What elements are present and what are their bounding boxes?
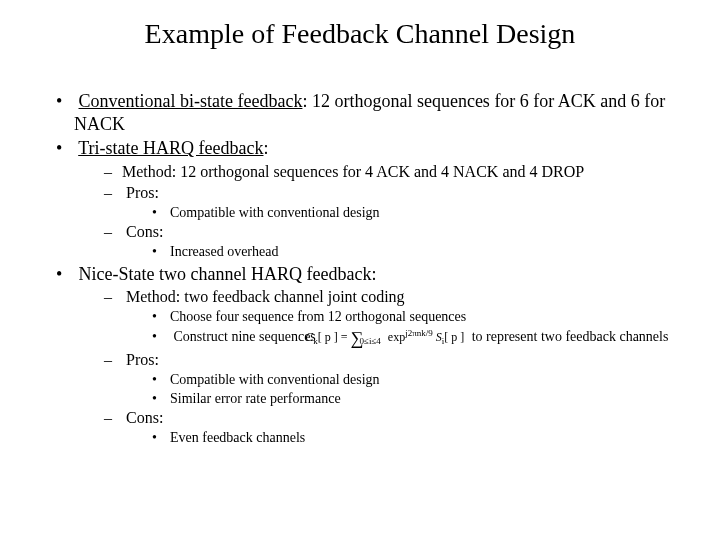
- bullet-nicestate: Nice-State two channel HARQ feedback: Me…: [56, 263, 700, 447]
- tristate-sublist: Method: 12 orthogonal sequences for 4 AC…: [74, 162, 700, 261]
- tristate-pro-1: Compatible with conventional design: [152, 204, 700, 222]
- nicestate-sublist: Method: two feedback channel joint codin…: [74, 287, 700, 447]
- formula-sum-lim: 0≤i≤4: [359, 336, 380, 346]
- nicestate-method-1: Choose four sequence from 12 orthogonal …: [152, 308, 700, 326]
- nicestate-label: Nice-State two channel HARQ feedback: [79, 264, 372, 284]
- tristate-pros: Pros: Compatible with conventional desig…: [104, 183, 700, 222]
- nicestate-pros: Pros: Compatible with conventional desig…: [104, 350, 700, 407]
- formula-i: i: [442, 336, 445, 346]
- nicestate-cons-list: Even feedback channels: [122, 429, 700, 447]
- pros-label: Pros:: [126, 184, 159, 201]
- nicestate-method-2-post: to represent two feedback channels: [472, 329, 669, 344]
- formula-eq: =: [341, 330, 348, 344]
- nicestate-pro-1: Compatible with conventional design: [152, 371, 700, 389]
- tristate-cons-list: Increased overhead: [122, 243, 700, 261]
- tristate-con-1: Increased overhead: [152, 243, 700, 261]
- formula-exp: exp: [388, 330, 405, 344]
- tristate-pros-list: Compatible with conventional design: [122, 204, 700, 222]
- bullet-tristate: Tri-state HARQ feedback: Method: 12 orth…: [56, 137, 700, 261]
- nicestate-method-text: Method: two feedback channel joint codin…: [126, 288, 405, 305]
- formula-S-p: [ p ]: [444, 330, 464, 344]
- nicestate-method-2: Construct nine sequences Ck[ p ] = ∑0≤i≤…: [152, 327, 700, 350]
- formula-k: k: [313, 336, 318, 346]
- tristate-cons: Cons: Increased overhead: [104, 222, 700, 261]
- nicestate-con-1: Even feedback channels: [152, 429, 700, 447]
- nicestate-method-list: Choose four sequence from 12 orthogonal …: [122, 308, 700, 349]
- bullet-list: Conventional bi-state feedback: 12 ortho…: [20, 90, 700, 447]
- bullet-conventional: Conventional bi-state feedback: 12 ortho…: [56, 90, 700, 135]
- conventional-label: Conventional bi-state feedback: [79, 91, 303, 111]
- nicestate-pros-list: Compatible with conventional design Simi…: [122, 371, 700, 407]
- nicestate-colon: :: [371, 264, 376, 284]
- slide: Example of Feedback Channel Design Conve…: [0, 0, 720, 459]
- nicestate-method-2-pre: Construct nine sequences: [174, 329, 316, 344]
- tristate-label: Tri-state HARQ feedback: [78, 138, 263, 158]
- cons-label-2: Cons:: [126, 409, 163, 426]
- nicestate-method: Method: two feedback channel joint codin…: [104, 287, 700, 349]
- nicestate-pro-2: Similar error rate performance: [152, 390, 700, 408]
- formula-lhs-p: [ p ]: [318, 330, 338, 344]
- formula-exponent: j2πnk/9: [405, 328, 433, 338]
- tristate-colon: :: [263, 138, 268, 158]
- formula: Ck[ p ] = ∑0≤i≤4 expj2πnk/9 Si[ p ]: [323, 327, 464, 350]
- tristate-method: Method: 12 orthogonal sequences for 4 AC…: [104, 162, 700, 182]
- pros-label-2: Pros:: [126, 351, 159, 368]
- formula-S: S: [436, 330, 442, 344]
- cons-label: Cons:: [126, 223, 163, 240]
- slide-title: Example of Feedback Channel Design: [20, 18, 700, 50]
- nicestate-cons: Cons: Even feedback channels: [104, 408, 700, 447]
